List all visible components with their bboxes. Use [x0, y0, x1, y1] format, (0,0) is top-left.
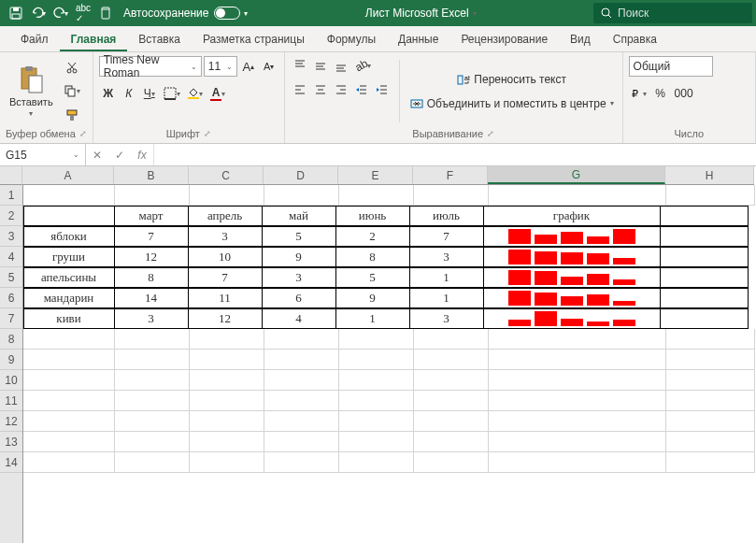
accept-formula-icon[interactable]: ✓: [108, 149, 131, 162]
cell-F11[interactable]: [414, 391, 489, 411]
cell-D14[interactable]: [264, 452, 339, 473]
align-top-icon[interactable]: [291, 56, 309, 75]
underline-button[interactable]: Ч▾: [140, 84, 159, 103]
clipboard-dialog-icon[interactable]: ⤢: [79, 129, 87, 138]
cell-A9[interactable]: [23, 350, 115, 370]
cell-B3[interactable]: 7: [114, 226, 189, 247]
cell-F3[interactable]: 7: [409, 226, 484, 247]
row-header-7[interactable]: 7: [0, 308, 22, 329]
column-header-A[interactable]: A: [22, 166, 114, 184]
cell-F12[interactable]: [414, 411, 489, 432]
align-left-icon[interactable]: [291, 80, 309, 99]
formula-input[interactable]: [154, 144, 756, 165]
row-header-8[interactable]: 8: [0, 329, 22, 350]
cell-B6[interactable]: 14: [114, 288, 189, 308]
cell-H12[interactable]: [666, 411, 755, 432]
row-header-2[interactable]: 2: [0, 206, 22, 226]
cell-F14[interactable]: [414, 452, 489, 473]
tab-help[interactable]: Справка: [602, 27, 668, 51]
cell-D6[interactable]: 6: [262, 288, 336, 308]
tab-data[interactable]: Данные: [387, 27, 449, 51]
cell-B10[interactable]: [115, 370, 190, 391]
row-header-14[interactable]: 14: [0, 452, 22, 473]
cell-C1[interactable]: [190, 185, 264, 206]
decrease-font-icon[interactable]: A▾: [260, 57, 278, 76]
cell-G10[interactable]: [489, 370, 666, 391]
font-dialog-icon[interactable]: ⤢: [204, 129, 211, 138]
cell-D8[interactable]: [264, 329, 339, 350]
cell-C8[interactable]: [190, 329, 264, 350]
cell-A2[interactable]: [23, 206, 115, 226]
cell-F1[interactable]: [414, 185, 489, 206]
column-header-H[interactable]: H: [665, 166, 754, 184]
cell-D10[interactable]: [264, 370, 339, 391]
cell-C3[interactable]: 3: [188, 226, 263, 247]
align-dialog-icon[interactable]: ⤢: [487, 129, 494, 138]
align-middle-icon[interactable]: [311, 56, 330, 75]
column-header-C[interactable]: C: [189, 166, 264, 184]
name-box[interactable]: G15⌄: [0, 144, 86, 165]
cell-B1[interactable]: [115, 185, 190, 206]
row-header-10[interactable]: 10: [0, 370, 22, 391]
cell-D9[interactable]: [264, 350, 339, 370]
cell-D3[interactable]: 5: [262, 226, 336, 247]
tab-view[interactable]: Вид: [559, 27, 602, 51]
cell-A14[interactable]: [23, 452, 115, 473]
align-right-icon[interactable]: [332, 80, 350, 99]
cell-H14[interactable]: [666, 452, 755, 473]
search-input[interactable]: Поиск: [593, 3, 752, 23]
cell-G8[interactable]: [489, 329, 666, 350]
cell-H1[interactable]: [666, 185, 755, 206]
cell-E2[interactable]: июнь: [335, 206, 410, 226]
cell-H6[interactable]: [660, 288, 749, 308]
autosave-toggle[interactable]: [214, 7, 240, 20]
cell-F8[interactable]: [414, 329, 489, 350]
cell-G3[interactable]: [483, 226, 661, 247]
paste-button[interactable]: Вставить ▾: [6, 56, 57, 126]
cell-C14[interactable]: [190, 452, 264, 473]
cell-A8[interactable]: [23, 329, 115, 350]
cell-H11[interactable]: [666, 391, 755, 411]
column-header-D[interactable]: D: [264, 166, 338, 184]
cell-A10[interactable]: [23, 370, 115, 391]
tab-review[interactable]: Рецензирование: [449, 27, 559, 51]
column-header-G[interactable]: G: [488, 166, 665, 184]
touch-mode-icon[interactable]: [95, 3, 116, 23]
tab-home[interactable]: Главная: [60, 27, 128, 51]
cell-C4[interactable]: 10: [188, 247, 263, 267]
orientation-icon[interactable]: ab▾: [352, 56, 374, 75]
font-color-icon[interactable]: А▾: [207, 84, 229, 103]
cell-F4[interactable]: 3: [409, 247, 484, 267]
save-icon[interactable]: [6, 3, 26, 23]
cell-G2[interactable]: график: [483, 206, 661, 226]
row-header-6[interactable]: 6: [0, 288, 22, 308]
cell-E6[interactable]: 9: [335, 288, 410, 308]
cell-E11[interactable]: [339, 391, 414, 411]
cell-A4[interactable]: груши: [23, 247, 115, 267]
currency-icon[interactable]: ₽▾: [629, 84, 649, 103]
row-header-12[interactable]: 12: [0, 411, 22, 432]
row-header-13[interactable]: 13: [0, 432, 22, 452]
cell-A5[interactable]: апельсины: [23, 267, 115, 288]
cell-G11[interactable]: [489, 391, 666, 411]
cell-E13[interactable]: [339, 432, 414, 452]
cell-A11[interactable]: [23, 391, 115, 411]
tab-formulas[interactable]: Формулы: [316, 27, 387, 51]
cell-B7[interactable]: 3: [114, 308, 189, 329]
cell-B8[interactable]: [115, 329, 190, 350]
cell-D4[interactable]: 9: [262, 247, 336, 267]
cell-C12[interactable]: [190, 411, 264, 432]
cell-G13[interactable]: [489, 432, 666, 452]
italic-button[interactable]: К: [120, 84, 138, 103]
cell-A3[interactable]: яблоки: [23, 226, 115, 247]
cell-C6[interactable]: 11: [188, 288, 263, 308]
font-family-select[interactable]: Times New Roman⌄: [99, 56, 202, 77]
indent-decrease-icon[interactable]: [352, 80, 371, 99]
cell-H2[interactable]: [660, 206, 749, 226]
cell-D7[interactable]: 4: [262, 308, 336, 329]
column-header-B[interactable]: B: [114, 166, 189, 184]
cell-E1[interactable]: [339, 185, 414, 206]
fx-icon[interactable]: fx: [131, 149, 153, 162]
cell-G4[interactable]: [483, 247, 661, 267]
cell-G12[interactable]: [489, 411, 666, 432]
